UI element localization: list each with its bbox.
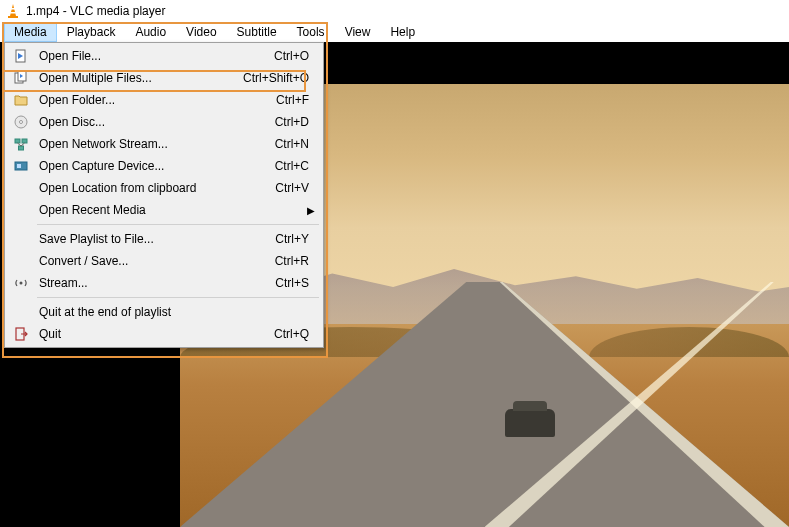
quit-icon	[11, 326, 31, 342]
menu-media[interactable]: Media	[4, 22, 57, 42]
svg-rect-2	[10, 12, 15, 14]
car-in-video	[505, 409, 555, 437]
stream-icon	[11, 275, 31, 291]
menu-audio[interactable]: Audio	[125, 22, 176, 42]
menu-item-label: Open Multiple Files...	[39, 71, 223, 85]
menu-item-shortcut: Ctrl+C	[275, 159, 309, 173]
menubar: Media Playback Audio Video Subtitle Tool…	[0, 22, 789, 42]
file-icon	[11, 48, 31, 64]
titlebar: 1.mp4 - VLC media player	[0, 0, 789, 22]
svg-point-18	[20, 282, 23, 285]
disc-icon	[11, 114, 31, 130]
menu-item-label: Open Capture Device...	[39, 159, 255, 173]
svg-rect-11	[15, 139, 20, 143]
menu-convert-save[interactable]: Convert / Save... Ctrl+R	[7, 250, 321, 272]
svg-rect-13	[19, 146, 24, 150]
menu-open-file[interactable]: Open File... Ctrl+O	[7, 45, 321, 67]
menu-subtitle[interactable]: Subtitle	[227, 22, 287, 42]
menu-item-label: Open Recent Media	[39, 203, 307, 217]
svg-rect-12	[22, 139, 27, 143]
menu-item-label: Save Playlist to File...	[39, 232, 255, 246]
menu-item-label: Open Folder...	[39, 93, 256, 107]
menu-item-label: Open Network Stream...	[39, 137, 255, 151]
menu-separator	[37, 297, 319, 298]
submenu-arrow-icon: ▶	[307, 205, 317, 216]
menu-item-label: Open File...	[39, 49, 254, 63]
capture-icon	[11, 158, 31, 174]
menu-stream[interactable]: Stream... Ctrl+S	[7, 272, 321, 294]
menu-item-shortcut: Ctrl+S	[275, 276, 309, 290]
menu-playback[interactable]: Playback	[57, 22, 126, 42]
menu-save-playlist[interactable]: Save Playlist to File... Ctrl+Y	[7, 228, 321, 250]
svg-rect-3	[8, 16, 18, 18]
svg-marker-0	[10, 4, 16, 16]
window-title: 1.mp4 - VLC media player	[26, 4, 165, 18]
menu-open-capture-device[interactable]: Open Capture Device... Ctrl+C	[7, 155, 321, 177]
menu-item-shortcut: Ctrl+Q	[274, 327, 309, 341]
menu-open-recent-media[interactable]: Open Recent Media ▶	[7, 199, 321, 221]
menu-video[interactable]: Video	[176, 22, 226, 42]
menu-item-shortcut: Ctrl+F	[276, 93, 309, 107]
menu-open-location-clipboard[interactable]: Open Location from clipboard Ctrl+V	[7, 177, 321, 199]
menu-quit[interactable]: Quit Ctrl+Q	[7, 323, 321, 345]
svg-point-10	[20, 121, 23, 124]
files-icon	[11, 70, 31, 86]
menu-open-multiple-files[interactable]: Open Multiple Files... Ctrl+Shift+O	[7, 67, 321, 89]
menu-separator	[37, 224, 319, 225]
menu-item-shortcut: Ctrl+D	[275, 115, 309, 129]
menu-item-shortcut: Ctrl+V	[275, 181, 309, 195]
menu-item-shortcut: Ctrl+O	[274, 49, 309, 63]
svg-rect-1	[11, 8, 15, 10]
menu-item-shortcut: Ctrl+Shift+O	[243, 71, 309, 85]
menu-item-label: Open Location from clipboard	[39, 181, 255, 195]
menu-open-folder[interactable]: Open Folder... Ctrl+F	[7, 89, 321, 111]
menu-help[interactable]: Help	[380, 22, 425, 42]
menu-view[interactable]: View	[335, 22, 381, 42]
media-dropdown-menu: Open File... Ctrl+O Open Multiple Files.…	[4, 42, 324, 348]
menu-tools[interactable]: Tools	[287, 22, 335, 42]
menu-quit-end-playlist[interactable]: Quit at the end of playlist	[7, 301, 321, 323]
menu-item-label: Quit	[39, 327, 254, 341]
menu-open-network-stream[interactable]: Open Network Stream... Ctrl+N	[7, 133, 321, 155]
network-icon	[11, 136, 31, 152]
menu-item-label: Convert / Save...	[39, 254, 255, 268]
folder-icon	[11, 92, 31, 108]
menu-item-label: Open Disc...	[39, 115, 255, 129]
vlc-cone-icon	[5, 3, 21, 19]
svg-rect-17	[17, 164, 21, 168]
menu-open-disc[interactable]: Open Disc... Ctrl+D	[7, 111, 321, 133]
menu-item-shortcut: Ctrl+N	[275, 137, 309, 151]
menu-item-label: Stream...	[39, 276, 255, 290]
menu-item-label: Quit at the end of playlist	[39, 305, 317, 319]
menu-item-shortcut: Ctrl+Y	[275, 232, 309, 246]
menu-item-shortcut: Ctrl+R	[275, 254, 309, 268]
